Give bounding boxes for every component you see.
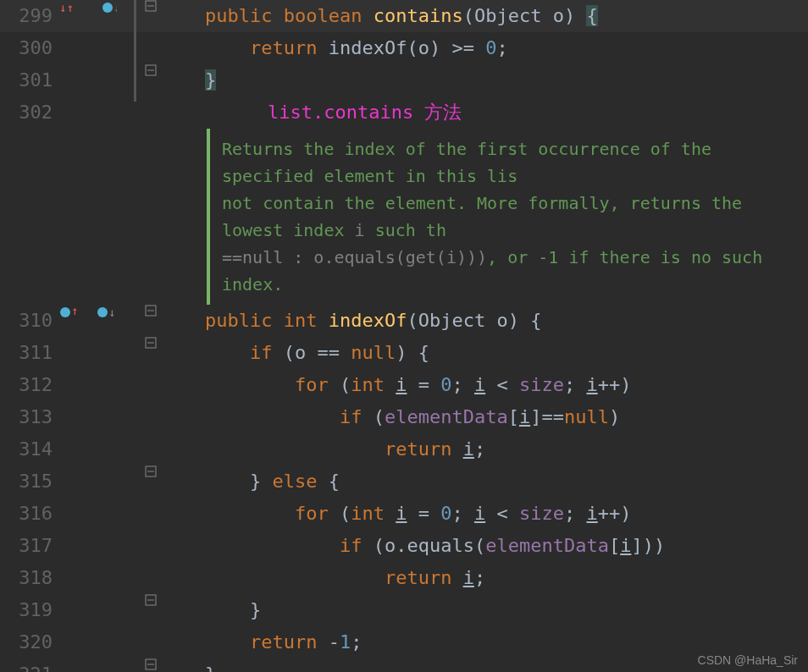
code-content[interactable]: } bbox=[166, 594, 808, 626]
param-o: o bbox=[496, 310, 507, 331]
line-number: 317 bbox=[0, 530, 59, 562]
line-number: 318 bbox=[0, 562, 59, 594]
type-object: Object bbox=[418, 310, 485, 331]
type-object: Object bbox=[474, 5, 541, 26]
var-i: i bbox=[463, 567, 474, 588]
javadoc-code: i bbox=[355, 220, 365, 240]
code-line[interactable]: 310 ↑ ↓ public int indexOf(Object o) { bbox=[0, 305, 808, 337]
line-number: 302 bbox=[0, 96, 59, 129]
line-number: 314 bbox=[0, 433, 59, 465]
inherit-up-icon[interactable]: ↓↑ bbox=[59, 0, 75, 15]
line-number: 321 bbox=[0, 658, 59, 672]
gutter-icons: ↑ ↓ bbox=[59, 305, 136, 320]
user-annotation: list.contains 方法 bbox=[166, 96, 808, 129]
code-content[interactable]: if (elementData[i]==null) bbox=[166, 401, 808, 433]
var-i: i bbox=[396, 503, 407, 524]
override-up-icon[interactable]: ↑ bbox=[59, 305, 78, 320]
op-lt: < bbox=[496, 503, 507, 524]
keyword-for: for bbox=[295, 503, 329, 524]
code-line[interactable]: 300 return indexOf(o) >= 0; bbox=[0, 32, 808, 64]
line-number: 299 bbox=[0, 0, 59, 32]
code-line[interactable]: 313 if (elementData[i]==null) bbox=[0, 401, 808, 433]
code-content[interactable]: if (o.equals(elementData[i])) bbox=[166, 530, 808, 562]
javadoc-comment: Returns the index of the first occurrenc… bbox=[207, 129, 808, 305]
svg-text:↓: ↓ bbox=[113, 1, 117, 14]
keyword-null: null bbox=[564, 406, 609, 427]
javadoc-code: ==null : o.equals(get(i))) bbox=[222, 247, 487, 267]
code-line[interactable]: 301 } bbox=[0, 64, 808, 96]
fold-toggle[interactable] bbox=[136, 305, 166, 317]
code-content[interactable]: for (int i = 0; i < size; i++) bbox=[166, 369, 808, 401]
var-o: o bbox=[295, 342, 306, 363]
code-line[interactable]: 299 ↓↑ ↓ public boolean contains(Object … bbox=[0, 0, 808, 32]
code-content[interactable]: return indexOf(o) >= 0; bbox=[166, 32, 808, 64]
keyword-for: for bbox=[295, 374, 329, 395]
code-content[interactable]: } else { bbox=[166, 465, 808, 498]
var-i: i bbox=[474, 503, 485, 524]
op-pp: ++ bbox=[598, 503, 621, 524]
code-content[interactable]: public int indexOf(Object o) { bbox=[166, 305, 808, 337]
line-number: 316 bbox=[0, 498, 59, 530]
literal-0: 0 bbox=[440, 374, 451, 395]
javadoc-text: such th bbox=[365, 220, 446, 240]
fold-toggle[interactable] bbox=[136, 658, 166, 670]
code-line[interactable]: 312 for (int i = 0; i < size; i++) bbox=[0, 369, 808, 401]
code-line[interactable]: 316 for (int i = 0; i < size; i++) bbox=[0, 498, 808, 530]
svg-text:↓: ↓ bbox=[108, 306, 115, 319]
keyword-int: int bbox=[284, 310, 318, 331]
var-i: i bbox=[620, 535, 631, 556]
code-editor[interactable]: 299 ↓↑ ↓ public boolean contains(Object … bbox=[0, 0, 808, 672]
code-content[interactable]: return i; bbox=[166, 433, 808, 465]
override-down-icon[interactable]: ↓ bbox=[102, 0, 117, 15]
op-eq: = bbox=[418, 374, 429, 395]
var-i: i bbox=[474, 374, 485, 395]
change-marker-bar bbox=[134, 0, 136, 102]
code-line[interactable]: 317 if (o.equals(elementData[i])) bbox=[0, 530, 808, 562]
override-down-icon[interactable]: ↓ bbox=[97, 305, 115, 320]
fold-toggle[interactable] bbox=[136, 0, 166, 12]
keyword-else: else bbox=[272, 471, 317, 492]
keyword-public: public bbox=[205, 310, 272, 331]
code-content[interactable]: for (int i = 0; i < size; i++) bbox=[166, 498, 808, 530]
method-name: indexOf bbox=[329, 310, 407, 331]
javadoc-text: not contain the element. More formally, … bbox=[222, 193, 742, 240]
line-number: 319 bbox=[0, 594, 59, 626]
code-line[interactable]: 319 } bbox=[0, 594, 808, 626]
fold-toggle[interactable] bbox=[136, 337, 166, 349]
param-o: o bbox=[553, 5, 564, 26]
fold-toggle[interactable] bbox=[136, 465, 166, 477]
var-i: i bbox=[519, 406, 530, 427]
code-content[interactable]: if (o == null) { bbox=[166, 337, 808, 369]
fold-toggle[interactable] bbox=[136, 594, 166, 606]
code-content[interactable]: } bbox=[166, 64, 808, 96]
op-eqeq: == bbox=[541, 406, 564, 427]
code-line[interactable]: 314 return i; bbox=[0, 433, 808, 465]
code-line[interactable]: 318 return i; bbox=[0, 562, 808, 594]
keyword-null: null bbox=[351, 342, 396, 363]
keyword-return: return bbox=[385, 438, 451, 460]
line-number: 310 bbox=[0, 305, 59, 337]
code-content[interactable]: return i; bbox=[166, 562, 808, 594]
field-elementdata: elementData bbox=[385, 406, 508, 427]
var-i: i bbox=[463, 438, 474, 460]
var-i: i bbox=[586, 374, 597, 395]
op-eqeq: == bbox=[317, 342, 340, 363]
call-equals: equals bbox=[407, 535, 473, 556]
code-line[interactable]: 311 if (o == null) { bbox=[0, 337, 808, 369]
line-number: 301 bbox=[0, 64, 59, 96]
code-content[interactable]: public boolean contains(Object o) { bbox=[166, 0, 808, 32]
code-line[interactable]: 315 } else { bbox=[0, 465, 808, 498]
op-pp: ++ bbox=[598, 374, 621, 395]
code-line[interactable]: 302 list.contains 方法 bbox=[0, 96, 808, 129]
svg-point-10 bbox=[97, 307, 108, 317]
code-line[interactable]: 321 } bbox=[0, 658, 808, 672]
var-o: o bbox=[385, 535, 396, 556]
fold-toggle[interactable] bbox=[136, 64, 166, 76]
keyword-if: if bbox=[340, 406, 362, 427]
watermark: CSDN @HaHa_Sir bbox=[698, 653, 798, 667]
svg-point-1 bbox=[102, 3, 113, 13]
brace: } bbox=[205, 69, 216, 91]
line-number: 313 bbox=[0, 401, 59, 433]
code-line[interactable]: 320 return -1; bbox=[0, 626, 808, 658]
brace: { bbox=[586, 5, 597, 26]
